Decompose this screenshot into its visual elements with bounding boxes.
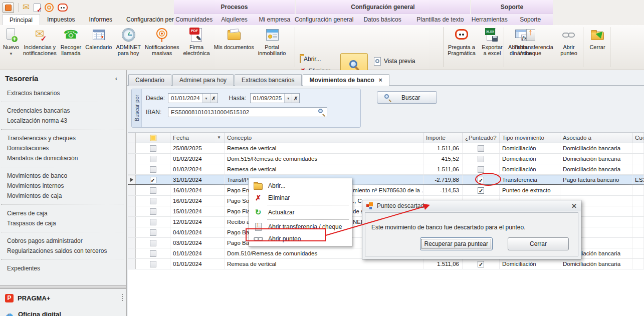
electronic-signature-button[interactable]: PDF✎ Firma electrónica (181, 26, 211, 58)
date-to-field[interactable]: 01/09/2025 ▼ ✗ (250, 93, 300, 103)
adminet-today-button[interactable]: ADMINET para hoy (114, 26, 143, 58)
sidebar-item-credenciales-bancarias[interactable]: Credenciales bancarias (0, 106, 126, 116)
clear-icon[interactable]: ✗ (292, 94, 299, 103)
ribbon-tab-informes[interactable]: Informes (82, 14, 119, 25)
table-row[interactable]: 01/01/2024Remesa de vertical1.511,06✓Dom… (128, 259, 644, 269)
checkbox-unchecked[interactable] (150, 219, 156, 225)
close-button[interactable]: Cerrar (585, 26, 610, 52)
checkbox-checked[interactable]: ✓ (478, 261, 484, 267)
checkbox-unchecked[interactable] (478, 145, 484, 152)
ribbon-tab-impuestos[interactable]: Impuestos (40, 14, 82, 25)
open-button[interactable]: Abrir... (298, 53, 337, 65)
ribbon-tab-herramientas[interactable]: Herramientas (469, 14, 510, 25)
checkbox-unchecked[interactable] (150, 145, 156, 152)
column-header-fecha[interactable]: Fecha▼ (170, 133, 225, 143)
chevron-down-icon[interactable]: ▼ (284, 94, 292, 103)
sidebar-item-regularizaciones-saldos-con-terceros[interactable]: Regularizaciones saldos con terceros (0, 246, 126, 256)
calendar-button[interactable]: Calendario (83, 26, 114, 52)
incidents-button[interactable]: ✉✓ Incidencias y notificaciones (21, 26, 59, 58)
menu-item-eliminar[interactable]: ✗Eliminar (250, 192, 351, 204)
cell-punteado[interactable] (463, 143, 500, 153)
ribbon-tab-datos-básicos[interactable]: Datos básicos (353, 14, 411, 25)
checkbox-unchecked[interactable] (478, 156, 484, 162)
tab-calendario[interactable]: Calendario (128, 74, 171, 86)
open-punteo-button[interactable]: Abrir punteo (555, 26, 582, 58)
tab-adminet-para-hoy[interactable]: Adminet para hoy (172, 74, 234, 86)
checkbox-unchecked[interactable] (150, 208, 156, 215)
mass-notifications-button[interactable]: Notificaciones masivas (143, 26, 181, 58)
sidebar-item-cierres-de-caja[interactable]: Cierres de caja (0, 208, 126, 218)
sidebar-footer-pragma[interactable]: P PRAGMA+ (0, 291, 126, 304)
dialog-titlebar[interactable]: Punteo descartado ✕ (362, 200, 581, 211)
checkbox-unchecked[interactable] (150, 166, 156, 173)
sidebar-item-transferencias-y-cheques[interactable]: Transferencias y cheques (0, 133, 126, 143)
ribbon-tab-plantillas-de-texto[interactable]: Plantillas de texto (411, 14, 469, 25)
real-estate-portal-button[interactable]: Portal inmobiliario (256, 26, 288, 58)
cell-punteado[interactable] (463, 164, 500, 174)
cell-punteado[interactable]: ✓ (463, 259, 500, 269)
sidebar-item-extractos-bancarios[interactable]: Extractos bancarios (0, 88, 126, 98)
ribbon-tab-configuración-general[interactable]: Configuración general (295, 14, 353, 25)
checkbox-unchecked[interactable] (150, 229, 156, 236)
collapse-sidebar-icon[interactable]: ‹ (111, 75, 121, 82)
checkbox-unchecked[interactable] (150, 187, 156, 194)
column-header-concepto[interactable]: Concepto (225, 133, 423, 143)
row-select-cell[interactable] (136, 217, 170, 227)
ask-pragmatica-button[interactable]: Pregunta a Pragmática (445, 26, 478, 58)
row-select-cell[interactable] (136, 185, 170, 195)
sidebar-item-movimientos-de-banco[interactable]: Movimientos de banco (0, 171, 126, 181)
row-select-cell[interactable] (136, 248, 170, 258)
checkbox-unchecked[interactable] (150, 156, 156, 162)
checkbox-unchecked[interactable] (150, 250, 156, 257)
row-select-cell[interactable] (136, 227, 170, 237)
tasks-icon[interactable]: ✓ (34, 4, 41, 12)
assistant-icon[interactable] (58, 4, 68, 12)
drag-handle-icon[interactable] (122, 294, 123, 301)
row-select-cell[interactable] (136, 259, 170, 269)
buscar-button[interactable]: Buscar (377, 91, 437, 104)
row-select-cell[interactable] (136, 196, 170, 206)
cell-punteado[interactable] (463, 154, 500, 164)
clear-icon[interactable]: ✗ (210, 94, 218, 103)
sidebar-item-expedientes[interactable]: Expedientes (0, 263, 126, 273)
sidebar-item-cobros-pagos-administrador[interactable]: Cobros pagos administrador (0, 236, 126, 246)
sidebar-item-movimientos-internos[interactable]: Movimientos internos (0, 181, 126, 191)
column-header-importe[interactable]: Importe (423, 133, 463, 143)
checkbox-checked[interactable]: ✓ (150, 177, 156, 183)
checkbox-unchecked[interactable] (150, 240, 156, 246)
row-select-cell[interactable] (136, 164, 170, 174)
row-select-cell[interactable]: ✓ (136, 175, 170, 185)
date-to-value[interactable]: 01/09/2025 (251, 95, 285, 101)
checkbox-unchecked[interactable] (478, 166, 484, 173)
ribbon-tab-comunidades[interactable]: Comunidades (174, 14, 214, 25)
dialog-close-icon[interactable]: ✕ (571, 202, 577, 210)
row-select-cell[interactable] (136, 206, 170, 216)
my-documents-button[interactable]: Mis documentos (212, 26, 256, 52)
sidebar-footer-oficina-digital[interactable]: ☁↑ Oficina digital (0, 307, 126, 316)
ribbon-tab-soporte[interactable]: Soporte (510, 14, 551, 25)
sidebar-item-movimientos-de-caja[interactable]: Movimientos de caja (0, 191, 126, 201)
tab-extractos-bancarios[interactable]: Extractos bancarios (235, 74, 301, 86)
tab-movimientos-de-banco[interactable]: Movimientos de banco× (303, 74, 389, 86)
pickup-call-button[interactable]: ☎ Recoger llamada (59, 26, 84, 58)
close-tab-icon[interactable]: × (379, 75, 382, 86)
iban-field[interactable]: ES5000810101310004515102 (168, 107, 327, 117)
table-row[interactable]: ✓31/01/2024Transf/P-2.719,88✓Transferenc… (128, 175, 644, 185)
table-row[interactable]: 01/02/2024Dom.515/Remesa de comunidades4… (128, 154, 644, 164)
table-row[interactable]: 25/08/2025Remesa de vertical1.511,06Domi… (128, 143, 644, 154)
checkbox-unchecked[interactable] (150, 198, 156, 204)
column-header-cuenta[interactable]: Cuenta (632, 133, 644, 143)
column-header-punteado[interactable]: ¿Punteado? (463, 133, 500, 143)
lookup-icon[interactable] (318, 109, 325, 116)
row-select-cell[interactable] (136, 143, 170, 153)
broadcast-icon[interactable] (45, 3, 54, 12)
new-button[interactable]: + Nuevo▼ (1, 26, 21, 59)
ribbon-tab-alquileres[interactable]: Alquileres (214, 14, 254, 25)
preview-button[interactable]: Vista previa (372, 54, 417, 68)
row-select-cell[interactable] (136, 238, 170, 248)
table-row[interactable]: 01/02/2024Remesa de vertical1.511,06Domi… (128, 164, 644, 175)
ribbon-tab-principal[interactable]: Principal (2, 14, 40, 25)
select-all-header[interactable] (136, 133, 170, 143)
date-from-field[interactable]: 01/01/2024 ▼ ✗ (168, 93, 218, 103)
table-row[interactable]: 16/01/2024Pago Enmiento nº EN785630 de l… (128, 185, 644, 196)
